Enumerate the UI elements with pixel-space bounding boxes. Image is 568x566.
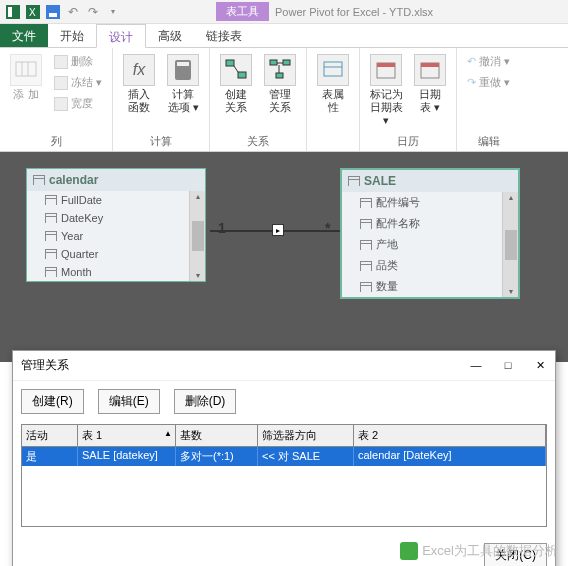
add-column-button[interactable]: 添 加	[6, 52, 46, 113]
col-cardinality[interactable]: 基数	[176, 425, 258, 447]
column-icon	[45, 195, 57, 205]
col-active[interactable]: 活动	[22, 425, 78, 447]
group-edit: ↶撤消 ▾ ↷重做 ▾ 编辑	[457, 48, 520, 151]
table-sale[interactable]: SALE 配件编号 配件名称 产地 品类 数量 ▴▾	[340, 168, 520, 299]
column-icon	[45, 267, 57, 277]
table-header[interactable]: calendar	[27, 169, 205, 191]
column-icon	[360, 240, 372, 250]
column-icon	[360, 198, 372, 208]
calc-options-button[interactable]: 计算 选项 ▾	[163, 52, 203, 116]
manage-relationships-button[interactable]: 管理 关系	[260, 52, 300, 116]
col-table1[interactable]: 表 1▲	[78, 425, 176, 447]
minimize-button[interactable]: —	[469, 359, 483, 372]
watermark-icon	[400, 542, 418, 560]
svg-text:X: X	[29, 7, 36, 18]
redo-button[interactable]: ↷重做 ▾	[463, 73, 514, 92]
tab-linked-table[interactable]: 链接表	[194, 24, 254, 47]
tab-design[interactable]: 设计	[96, 24, 146, 48]
table-calendar[interactable]: calendar FullDate DateKey Year Quarter M…	[26, 168, 206, 282]
create-button[interactable]: 创建(R)	[21, 389, 84, 414]
edit-button[interactable]: 编辑(E)	[98, 389, 160, 414]
delete-column-button[interactable]: 删除	[50, 52, 106, 71]
watermark: Excel为工具的数据分析	[400, 542, 558, 560]
delete-button[interactable]: 删除(D)	[174, 389, 237, 414]
field[interactable]: 品类	[342, 255, 502, 276]
title-bar: X ↶ ↷ ▾ 表工具 Power Pivot for Excel - YTD.…	[0, 0, 568, 24]
diagram-canvas[interactable]: calendar FullDate DateKey Year Quarter M…	[0, 152, 568, 362]
column-icon	[45, 213, 57, 223]
freeze-icon	[54, 76, 68, 90]
date-table-button[interactable]: 日期 表 ▾	[410, 52, 450, 129]
scroll-thumb[interactable]	[192, 221, 204, 251]
qat-dropdown-icon[interactable]: ▾	[104, 3, 122, 21]
redo-icon[interactable]: ↷	[84, 3, 102, 21]
create-relationship-button[interactable]: 创建 关系	[216, 52, 256, 116]
group-calculation: fx 插入 函数 计算 选项 ▾ 计算	[113, 48, 210, 151]
table-props-icon	[317, 54, 349, 86]
field[interactable]: Year	[27, 227, 189, 245]
width-icon	[54, 97, 68, 111]
save-icon[interactable]	[44, 3, 62, 21]
cardinality-many: *	[325, 220, 330, 236]
svg-rect-22	[377, 63, 395, 67]
context-tab-table-tools[interactable]: 表工具	[216, 2, 269, 21]
date-table-icon	[414, 54, 446, 86]
field[interactable]: Month	[27, 263, 189, 281]
undo-button[interactable]: ↶撤消 ▾	[463, 52, 514, 71]
freeze-column-button[interactable]: 冻结 ▾	[50, 73, 106, 92]
field[interactable]: 配件名称	[342, 213, 502, 234]
sort-asc-icon: ▲	[164, 429, 172, 438]
svg-rect-16	[276, 73, 283, 78]
scroll-up-icon[interactable]: ▴	[508, 192, 514, 203]
scroll-thumb[interactable]	[505, 230, 517, 260]
svg-rect-6	[16, 62, 36, 76]
dialog-titlebar[interactable]: 管理关系 — □ ✕	[13, 351, 555, 381]
column-width-button[interactable]: 宽度	[50, 94, 106, 113]
svg-rect-15	[283, 60, 290, 65]
ribbon-tabs: 文件 开始 设计 高级 链接表	[0, 24, 568, 48]
field[interactable]: 数量	[342, 276, 502, 297]
svg-rect-12	[238, 72, 246, 78]
scroll-down-icon[interactable]: ▾	[195, 270, 201, 281]
fx-icon: fx	[123, 54, 155, 86]
insert-function-button[interactable]: fx 插入 函数	[119, 52, 159, 116]
mark-date-table-button[interactable]: 标记为 日期表 ▾	[366, 52, 406, 129]
column-icon	[45, 249, 57, 259]
svg-rect-19	[324, 62, 342, 76]
field[interactable]: DateKey	[27, 209, 189, 227]
field[interactable]: 产地	[342, 234, 502, 255]
tab-home[interactable]: 开始	[48, 24, 96, 47]
tab-advanced[interactable]: 高级	[146, 24, 194, 47]
create-rel-icon	[220, 54, 252, 86]
col-table2[interactable]: 表 2	[354, 425, 546, 447]
field[interactable]: 配件编号	[342, 192, 502, 213]
table-icon	[348, 176, 360, 186]
scrollbar[interactable]: ▴▾	[502, 192, 518, 297]
table-header[interactable]: SALE	[342, 170, 518, 192]
tab-file[interactable]: 文件	[0, 24, 48, 47]
column-icon	[360, 282, 372, 292]
svg-line-13	[234, 66, 238, 72]
table-properties-button[interactable]: 表属 性	[313, 52, 353, 116]
scroll-up-icon[interactable]: ▴	[195, 191, 201, 202]
col-filter[interactable]: 筛选器方向	[258, 425, 354, 447]
calc-icon	[167, 54, 199, 86]
field[interactable]: FullDate	[27, 191, 189, 209]
undo-icon[interactable]: ↶	[64, 3, 82, 21]
close-button[interactable]: ✕	[533, 359, 547, 372]
svg-rect-5	[49, 13, 57, 17]
group-calendar: 标记为 日期表 ▾ 日期 表 ▾ 日历	[360, 48, 457, 151]
add-column-icon	[10, 54, 42, 86]
svg-rect-24	[421, 63, 439, 67]
cardinality-one: 1	[218, 220, 226, 236]
table-icon	[33, 175, 45, 185]
group-label: 列	[6, 132, 106, 149]
grid-row-selected[interactable]: 是 SALE [datekey] 多对一(*:1) << 对 SALE cale…	[22, 447, 546, 466]
field[interactable]: Quarter	[27, 245, 189, 263]
svg-rect-10	[177, 62, 189, 66]
maximize-button[interactable]: □	[501, 359, 515, 372]
scrollbar[interactable]: ▴▾	[189, 191, 205, 281]
powerpivot-icon	[4, 3, 22, 21]
scroll-down-icon[interactable]: ▾	[508, 286, 514, 297]
manage-rel-icon	[264, 54, 296, 86]
